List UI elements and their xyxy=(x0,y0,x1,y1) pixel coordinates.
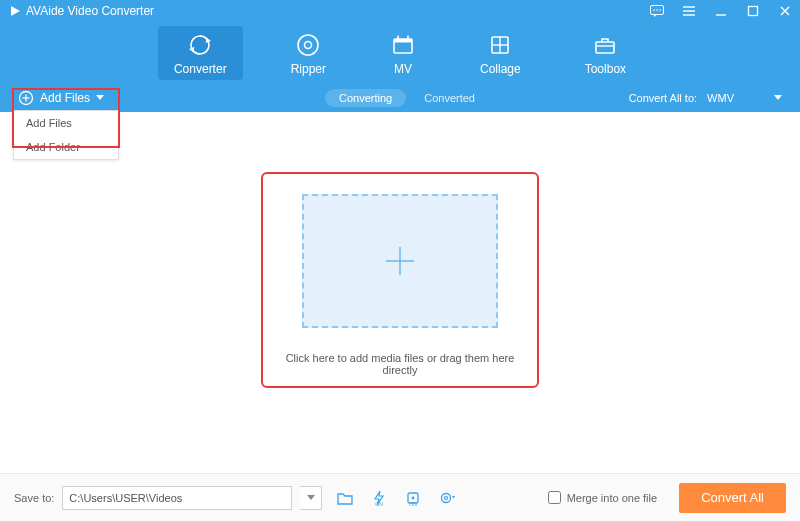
main-nav: Converter Ripper MV Collage Toolbox xyxy=(0,22,800,84)
converter-icon xyxy=(187,32,213,58)
toolbox-icon xyxy=(592,32,618,58)
svg-point-2 xyxy=(653,9,655,11)
save-to-label: Save to: xyxy=(14,492,54,504)
nav-collage-label: Collage xyxy=(480,62,521,76)
gpu-icon[interactable]: ON xyxy=(402,487,424,509)
feedback-icon[interactable] xyxy=(650,4,664,18)
chevron-down-icon xyxy=(774,95,782,101)
mv-icon xyxy=(390,32,416,58)
dropdown-add-folder[interactable]: Add Folder xyxy=(14,135,118,159)
nav-mv[interactable]: MV xyxy=(374,26,432,80)
svg-point-41 xyxy=(442,493,451,502)
minimize-icon[interactable] xyxy=(714,4,728,18)
merge-checkbox-input[interactable] xyxy=(548,491,561,504)
plus-icon xyxy=(380,241,420,281)
collage-icon xyxy=(487,32,513,58)
merge-checkbox[interactable]: Merge into one file xyxy=(548,491,658,504)
merge-checkbox-label: Merge into one file xyxy=(567,492,658,504)
svg-text:ON: ON xyxy=(376,500,384,506)
window-controls xyxy=(650,4,792,18)
convert-all-to-label: Convert All to: xyxy=(629,92,697,104)
app-logo-icon xyxy=(8,4,22,18)
save-path-input[interactable] xyxy=(62,486,292,510)
menu-icon[interactable] xyxy=(682,4,696,18)
nav-collage[interactable]: Collage xyxy=(464,26,537,80)
svg-point-3 xyxy=(656,9,658,11)
svg-marker-35 xyxy=(307,495,315,500)
nav-mv-label: MV xyxy=(394,62,412,76)
chevron-down-icon xyxy=(96,95,104,101)
tab-converted[interactable]: Converted xyxy=(424,92,475,104)
nav-toolbox[interactable]: Toolbox xyxy=(569,26,642,80)
svg-marker-0 xyxy=(11,6,20,16)
nav-ripper-label: Ripper xyxy=(291,62,326,76)
nav-converter[interactable]: Converter xyxy=(158,26,243,80)
title-bar: AVAide Video Converter xyxy=(0,0,800,22)
app-title: AVAide Video Converter xyxy=(26,4,154,18)
add-files-dropdown: Add Files Add Folder xyxy=(13,110,119,160)
svg-point-39 xyxy=(412,496,415,499)
target-format-dropdown[interactable]: WMV xyxy=(707,92,782,104)
svg-point-15 xyxy=(298,35,318,55)
convert-all-button[interactable]: Convert All xyxy=(679,483,786,513)
convert-all-to: Convert All to: WMV xyxy=(629,92,782,104)
app-logo: AVAide Video Converter xyxy=(8,4,154,18)
nav-toolbox-label: Toolbox xyxy=(585,62,626,76)
nav-converter-label: Converter xyxy=(174,62,227,76)
svg-point-4 xyxy=(659,9,661,11)
main-area: Click here to add media files or drag th… xyxy=(0,112,800,447)
nav-ripper[interactable]: Ripper xyxy=(275,26,342,80)
target-format-value: WMV xyxy=(707,92,734,104)
svg-point-42 xyxy=(445,496,448,499)
bottom-bar: Save to: ON ON Merge into one file Conve… xyxy=(0,473,800,521)
save-path-dropdown[interactable] xyxy=(300,486,322,510)
dropdown-add-files[interactable]: Add Files xyxy=(14,111,118,135)
svg-rect-9 xyxy=(749,7,758,16)
svg-rect-26 xyxy=(596,42,614,53)
drop-zone[interactable] xyxy=(302,194,498,328)
lightning-icon[interactable]: ON xyxy=(368,487,390,509)
open-folder-icon[interactable] xyxy=(334,487,356,509)
drop-instruction-text: Click here to add media files or drag th… xyxy=(273,352,527,376)
plus-circle-icon xyxy=(18,90,34,106)
maximize-icon[interactable] xyxy=(746,4,760,18)
svg-rect-18 xyxy=(394,39,412,43)
highlight-box-2: Click here to add media files or drag th… xyxy=(261,172,539,388)
tab-converting[interactable]: Converting xyxy=(325,89,406,107)
close-icon[interactable] xyxy=(778,4,792,18)
sub-bar: Add Files Converting Converted Convert A… xyxy=(0,84,800,112)
ripper-icon xyxy=(295,32,321,58)
svg-point-16 xyxy=(305,42,312,49)
add-files-button[interactable]: Add Files xyxy=(18,90,104,106)
conversion-tabs: Converting Converted xyxy=(325,89,475,107)
add-files-label: Add Files xyxy=(40,91,90,105)
svg-marker-31 xyxy=(96,95,104,100)
gear-icon[interactable] xyxy=(436,487,458,509)
svg-text:ON: ON xyxy=(410,500,418,506)
svg-marker-32 xyxy=(774,95,782,100)
svg-marker-43 xyxy=(452,496,455,499)
